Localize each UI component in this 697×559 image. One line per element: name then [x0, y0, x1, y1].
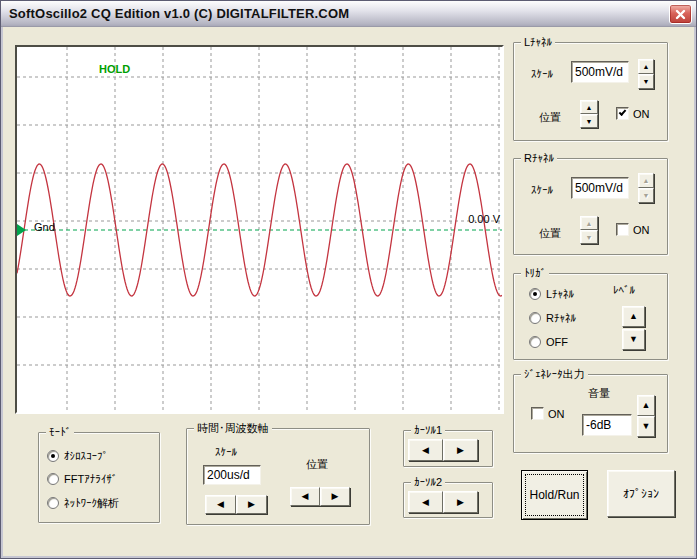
trigger-level-down-button[interactable]: ▼	[622, 329, 645, 350]
mode-group-title: ﾓｰﾄﾞ	[46, 425, 74, 439]
trigger-radio-off[interactable]	[529, 336, 541, 348]
trigger-level-up-button[interactable]: ▲	[622, 306, 645, 327]
l-position-down-button[interactable]: ▼	[580, 114, 598, 128]
hold-run-button[interactable]: Hold/Run	[521, 470, 588, 520]
right-triangle-icon: ▶	[457, 446, 464, 455]
trigger-radio-r-channel-label[interactable]: Rﾁｬﾈﾙ	[546, 311, 576, 325]
cursor2-right-button[interactable]: ▶	[443, 491, 478, 513]
l-position-up-button[interactable]: ▲	[580, 100, 598, 114]
trigger-level-label: ﾚﾍﾞﾙ	[613, 283, 635, 297]
close-icon	[675, 9, 686, 20]
hold-run-button-label: Hold/Run	[529, 488, 579, 502]
time-position-left-button[interactable]: ◀	[290, 487, 320, 506]
l-on-checkbox[interactable]	[616, 107, 629, 120]
r-channel-group-title: Rﾁｬﾈﾙ	[521, 151, 557, 165]
options-button[interactable]: ｵﾌﾟｼｮﾝ	[607, 470, 675, 517]
up-triangle-icon: ▲	[643, 177, 650, 184]
right-triangle-icon: ▶	[332, 492, 339, 501]
close-button[interactable]	[669, 4, 692, 24]
left-triangle-icon: ◀	[217, 500, 224, 509]
trigger-radio-l-channel[interactable]	[529, 288, 541, 300]
up-triangle-icon: ▲	[629, 313, 638, 320]
mode-radio-fft-analyzer[interactable]	[47, 473, 59, 485]
title-bar[interactable]: SoftOscillo2 CQ Edition v1.0 (C) DIGITAL…	[1, 1, 696, 27]
cursor1-left-button[interactable]: ◀	[408, 439, 443, 461]
voltage-readout: 0.00 V	[454, 213, 500, 225]
time-scale-label: ｽｹｰﾙ	[215, 445, 237, 459]
oscilloscope-display: HOLD Gnd 0.00 V	[15, 45, 504, 414]
options-button-label: ｵﾌﾟｼｮﾝ	[623, 487, 659, 501]
time-scale-right-button[interactable]: ▶	[236, 495, 267, 514]
r-position-up-button[interactable]: ▲	[580, 216, 598, 230]
l-position-label: 位置	[539, 110, 561, 124]
l-scale-up-button[interactable]: ▲	[638, 59, 654, 74]
generator-volume-input[interactable]	[582, 414, 632, 436]
check-icon	[619, 108, 627, 116]
app-window: SoftOscillo2 CQ Edition v1.0 (C) DIGITAL…	[0, 0, 697, 559]
up-triangle-icon: ▲	[586, 104, 593, 111]
cursor1-group-title: ｶｰｿﾙ1	[411, 423, 445, 437]
l-scale-label: ｽｹｰﾙ	[531, 67, 553, 81]
right-triangle-icon: ▶	[457, 498, 464, 507]
down-triangle-icon: ▼	[629, 336, 638, 343]
cursor1-right-button[interactable]: ▶	[443, 439, 478, 461]
r-on-label[interactable]: ON	[633, 223, 650, 237]
l-channel-group-title: Lﾁｬﾈﾙ	[521, 35, 555, 49]
r-scale-up-button[interactable]: ▲	[638, 173, 654, 188]
generator-group-title: ｼﾞｪﾈﾚｰﾀ出力	[521, 367, 588, 381]
window-title: SoftOscillo2 CQ Edition v1.0 (C) DIGITAL…	[1, 6, 349, 21]
r-position-label: 位置	[539, 226, 561, 240]
down-triangle-icon: ▼	[586, 118, 593, 125]
generator-volume-down-button[interactable]: ▼	[637, 416, 655, 437]
r-scale-input[interactable]	[571, 177, 629, 199]
l-scale-input[interactable]	[571, 61, 629, 83]
time-axis-group-title: 時間･周波数軸	[194, 421, 272, 435]
mode-radio-network-analysis[interactable]	[47, 497, 59, 509]
trigger-radio-l-channel-label[interactable]: Lﾁｬﾈﾙ	[546, 287, 574, 301]
time-scale-input[interactable]	[203, 465, 261, 485]
radio-dot-icon	[51, 454, 55, 458]
left-triangle-icon: ◀	[422, 446, 429, 455]
generator-volume-label: 音量	[588, 386, 610, 400]
r-position-down-button[interactable]: ▼	[580, 230, 598, 244]
down-triangle-icon: ▼	[642, 423, 651, 430]
left-triangle-icon: ◀	[302, 492, 309, 501]
down-triangle-icon: ▼	[643, 78, 650, 85]
generator-volume-up-button[interactable]: ▲	[637, 395, 655, 416]
up-triangle-icon: ▲	[643, 63, 650, 70]
r-scale-down-button[interactable]: ▼	[638, 188, 654, 203]
radio-dot-icon	[533, 292, 537, 296]
waveform-plot	[17, 47, 502, 412]
time-scale-left-button[interactable]: ◀	[205, 495, 236, 514]
mode-radio-network-analysis-label[interactable]: ﾈｯﾄﾜｰｸ解析	[64, 496, 119, 510]
generator-on-label[interactable]: ON	[548, 407, 565, 421]
gnd-label: Gnd	[34, 221, 55, 233]
l-on-label[interactable]: ON	[633, 107, 650, 121]
r-on-checkbox[interactable]	[616, 223, 629, 236]
down-triangle-icon: ▼	[643, 192, 650, 199]
mode-radio-oscilloscope[interactable]	[47, 450, 59, 462]
trigger-radio-r-channel[interactable]	[529, 312, 541, 324]
up-triangle-icon: ▲	[642, 402, 651, 409]
down-triangle-icon: ▼	[586, 234, 593, 241]
mode-radio-fft-analyzer-label[interactable]: FFTｱﾅﾗｲｻﾞ	[64, 472, 117, 486]
l-scale-down-button[interactable]: ▼	[638, 74, 654, 89]
cursor2-group-title: ｶｰｿﾙ2	[411, 475, 445, 489]
right-triangle-icon: ▶	[248, 500, 255, 509]
time-position-label: 位置	[306, 457, 328, 471]
left-triangle-icon: ◀	[422, 498, 429, 507]
trigger-radio-off-label[interactable]: OFF	[546, 335, 568, 349]
hold-status-label: HOLD	[99, 63, 130, 75]
r-scale-label: ｽｹｰﾙ	[531, 183, 553, 197]
generator-on-checkbox[interactable]	[531, 407, 544, 420]
trigger-group-title: ﾄﾘｶﾞ	[521, 266, 549, 280]
up-triangle-icon: ▲	[586, 220, 593, 227]
cursor2-left-button[interactable]: ◀	[408, 491, 443, 513]
time-position-right-button[interactable]: ▶	[320, 487, 350, 506]
mode-radio-oscilloscope-label[interactable]: ｵｼﾛｽｺｰﾌﾟ	[64, 449, 108, 463]
